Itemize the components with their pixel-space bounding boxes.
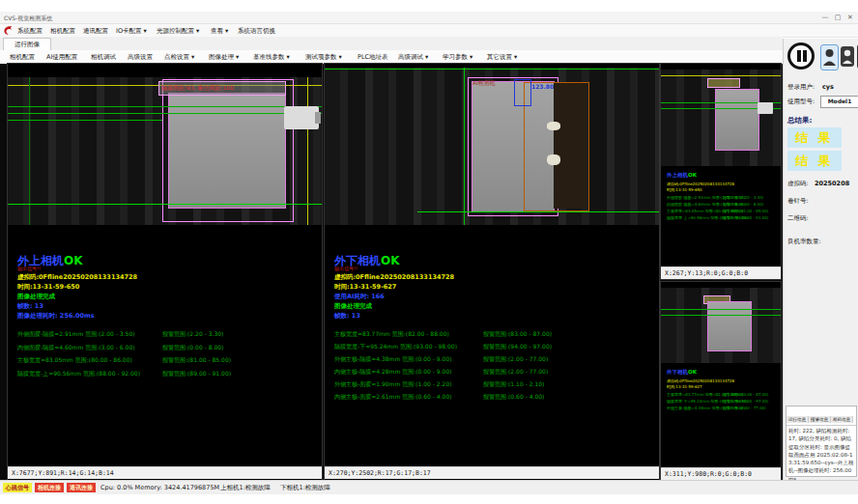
tool-test-params[interactable]: 测试项参数 ▾ (305, 53, 342, 62)
login-user-label: 登录用户: (787, 83, 815, 92)
tool-advanced-settings[interactable]: 高级设置 (128, 53, 153, 62)
measurement-value: 外侧面胶-隔膜=2.91mm 范围:(2.00 - 3.50) (17, 330, 135, 339)
alarm-range: 报警范围:(1.10 - 2.10) (483, 380, 544, 389)
close-button[interactable]: ✕ (844, 14, 856, 21)
measure-line-green (8, 204, 322, 205)
tool-camera-config[interactable]: 相机配置 (10, 53, 35, 62)
alarm-range: 报警范围:(0.00 - 8.00) (162, 344, 223, 352)
measure-line-green (661, 315, 781, 316)
tool-baseline-params[interactable]: 基准线参数 ▾ (253, 53, 290, 62)
tab-connector-tip (315, 112, 321, 124)
time-line-mini: 时间:13-31-59-650 (667, 187, 702, 192)
alarm-range-mini: 报警范围:(89.00 - 91.00) (723, 215, 768, 220)
tool-camera-debug[interactable]: 相机调试 (91, 53, 116, 62)
alarm-range-mini: 报警范围:(94.00 - 97.00) (723, 399, 768, 404)
window-titlebar: CVS-视觉检测系统 — ▢ ✕ (0, 12, 858, 24)
process-time-line: 图像处理耗时: 256.00ms (17, 312, 95, 321)
pause-button[interactable] (787, 42, 815, 70)
measurement-value: 隔膜宽度-上=90.56mm 范围:(88.00 - 92.00) (17, 370, 140, 378)
control-panel: 登录用户: cys 使用型号: Model1 总结果: 结 果 结 果 虚拟码:… (783, 39, 858, 480)
menu-item-view[interactable]: 查看 ▾ (211, 27, 228, 36)
alarm-range-mini: 报警范围:(83.00 - 87.00) (723, 392, 768, 397)
measurement-value: 内侧主极-面胶=2.61mm 范围:(0.60 - 4.00) (334, 393, 452, 402)
frame-count-line: 帧数: 13 (334, 312, 360, 321)
virtual-code-line-mini: 虚拟码:0Ffline20250208133134728 (667, 182, 734, 186)
login-user-button[interactable] (820, 44, 839, 70)
toolbar: 相机配置 AI使用配置 相机调试 高级设置 点检设置 ▾ 图像处理 ▾ 基准线参… (0, 50, 783, 65)
time-line-mini: 时间:13-31-59-627 (667, 384, 702, 389)
alarm-range-mini: 报警范围:(2.00 - 77.00) (723, 406, 766, 410)
pause-icon (797, 50, 801, 62)
pixel-status-thumb-bottom: X:311;Y:980;R:0;G:0;B:0 (661, 467, 781, 480)
camera-image-left[interactable]: 隔膜间距:93, 吸合间距:100 (8, 77, 322, 225)
tool-spot-check[interactable]: 点检设置 ▾ (164, 53, 194, 62)
process-done-line: 图像处理完成 (17, 293, 55, 301)
camera-view-middle: 123.80 AI检测框 外下相机OK 输出信号!! 虚拟码:0Ffline20… (325, 64, 659, 480)
maximize-button[interactable]: ▢ (832, 14, 844, 21)
menu-item-comm-config[interactable]: 通讯配置 (83, 27, 108, 36)
bottom-camera-status: 下相机1:检测故障 (280, 484, 330, 492)
tool-learning-params[interactable]: 学习参数 ▾ (443, 53, 472, 62)
menu-item-io-config[interactable]: IO卡配置 ▾ (116, 27, 147, 36)
user-switch-button[interactable] (841, 46, 854, 67)
camera-name-label: 外下相机 (667, 369, 688, 375)
measure-line-green (8, 106, 322, 107)
virtual-code-label: 虚拟码: (787, 180, 809, 188)
heartbeat-indicator: 心跳信号 (3, 483, 32, 492)
camera-image-thumb-bottom[interactable] (661, 288, 781, 363)
pixel-status-thumb-top: X:267;Y:13;R:0;G:0;B:0 (661, 266, 781, 279)
camera-connection-indicator: 相机连接 (35, 483, 64, 492)
ai-box-label: AI检测框 (472, 79, 496, 88)
tool-other-settings[interactable]: 其它设置 ▾ (487, 53, 517, 62)
camera-image-thumb-top[interactable] (661, 70, 781, 166)
time-line: 时间:13-31-59-650 (17, 283, 79, 292)
log-tab-camera-info[interactable]: 相机信息 (831, 416, 853, 423)
cpu-memory-text: Cpu: 0.0% Memory: 3424.41796875M (100, 484, 219, 491)
measure-line-green (8, 113, 322, 114)
output-note: 输出信号!! (334, 266, 358, 271)
tool-plc-address[interactable]: PLC地址表 (358, 53, 388, 62)
user-icon (842, 47, 853, 65)
alarm-range: 报警范围:(89.00 - 91.00) (162, 370, 231, 378)
alarm-range: 报警范围:(2.00 - 77.00) (483, 368, 548, 377)
tool-ai-use-config[interactable]: AI使用配置 (46, 53, 77, 62)
menu-item-light-config[interactable]: 光源控制配置 ▾ (157, 27, 199, 36)
alarm-range: 报警范围:(0.60 - 4.00) (483, 393, 544, 402)
result-box-bottom: 结 果 (787, 151, 842, 171)
log-panel: 运行信息报警信息相机信息 耗时: 222, 缺陷检测耗时: 17, 缺陷分类耗时… (786, 406, 857, 477)
menu-item-camera-config[interactable]: 相机配置 (50, 27, 75, 36)
menu-item-system-config[interactable]: 系统配置 (17, 27, 43, 36)
frame-count-line: 帧数: 13 (17, 302, 43, 311)
log-tab-alarm-info[interactable]: 报警信息 (809, 416, 831, 423)
log-tab-bar: 运行信息报警信息相机信息 (786, 406, 856, 426)
cell-slab (168, 93, 286, 209)
tab-run-image[interactable]: 运行图像 (3, 38, 51, 51)
camera-name-label: 外上相机 (667, 172, 688, 178)
virtual-code-value: 20250208 (815, 180, 849, 187)
blue-measure-value: 123.80 (531, 83, 554, 90)
measurement-value: 外侧主极-隔膜=4.38mm 范围:(0.00 - 9.00) (334, 355, 452, 364)
pixel-status-left: X:7677;Y:891;R:14;G:14;B:14 (8, 466, 322, 479)
ai-detect-box (524, 82, 589, 211)
reflection-glint (547, 154, 560, 165)
log-tab-run-info[interactable]: 运行信息 (786, 416, 809, 423)
window-title: CVS-视觉检测系统 (4, 14, 52, 23)
minimize-button[interactable]: — (819, 14, 831, 21)
measurement-value: 主极宽度=83.77mm 范围:(82.00 - 88.00) (334, 330, 449, 339)
camera-image-middle[interactable]: 123.80 AI检测框 (325, 68, 659, 225)
measurement-value: 外侧主极-面胶=1.90mm 范围:(1.00 - 2.20) (334, 380, 452, 389)
model-value-box[interactable]: Model1 (820, 96, 858, 108)
measurement-value: 主极宽度=83.05mm 范围:(80.00 - 86.00) (17, 356, 132, 365)
measure-box-blue (514, 79, 531, 106)
measurement-value: 隔膜宽度-下=95.24mm 范围:(93.00 - 98.00) (334, 343, 457, 351)
alarm-range-mini: 报警范围:(2.20 - 3.30) (723, 195, 763, 200)
top-camera-status: 上相机1:检测故障 (220, 484, 271, 492)
alarm-range: 报警范围:(94.00 - 97.00) (483, 343, 552, 351)
measure-line-green (417, 211, 659, 212)
menubar: 系统配置 相机配置 通讯配置 IO卡配置 ▾ 光源控制配置 ▾ 查看 ▾ 系统语… (0, 24, 858, 38)
menu-item-language-switch[interactable]: 系统语言切换 (238, 27, 275, 36)
alarm-range-mini: 报警范围:(0.00 - 8.00) (723, 202, 763, 207)
tool-image-processing[interactable]: 图像处理 ▾ (209, 53, 239, 62)
tool-advanced-debug[interactable]: 高级调试 ▾ (398, 53, 428, 62)
result-box-top: 结 果 (787, 127, 842, 148)
